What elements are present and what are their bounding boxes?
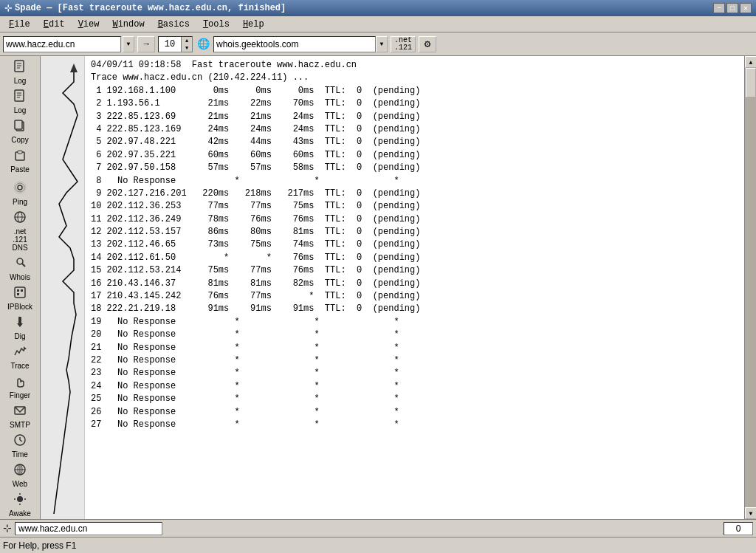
paste-label: Paste (10, 165, 30, 174)
svg-line-30 (20, 440, 22, 442)
sidebar-item-trace[interactable]: Trace (0, 343, 40, 372)
bottom-bar: For Help, press F1 (0, 537, 756, 553)
globe-icon: 🌐 (196, 37, 210, 52)
graph-panel (41, 56, 85, 519)
log2-label: Log (14, 106, 27, 114)
menu-tools[interactable]: Tools (197, 18, 236, 31)
menu-bar: File Edit View Window Basics Tools Help (0, 16, 756, 32)
status-icon: ⊹ (3, 522, 12, 535)
copy-icon (13, 119, 27, 135)
sidebar-item-paste[interactable]: Paste (0, 146, 40, 176)
spinner-arrows: ▲ ▼ (181, 37, 192, 52)
menu-file[interactable]: File (3, 18, 36, 31)
net-badge-line2: .121 (394, 44, 412, 52)
finger-icon (13, 374, 27, 391)
title-bar-left: ⊹ Spade — [Fast traceroute www.hacz.edu.… (4, 3, 286, 14)
minimize-button[interactable]: − (713, 3, 725, 13)
smtp-icon (13, 404, 27, 420)
close-button[interactable]: ✕ (740, 3, 752, 13)
settings-button[interactable]: ⚙ (419, 36, 436, 52)
title-text: Spade — [Fast traceroute www.hacz.edu.cn… (15, 3, 286, 13)
ttl-value[interactable]: 10 (159, 39, 181, 49)
log2-icon (13, 89, 27, 106)
url-input[interactable] (3, 36, 121, 52)
svg-rect-20 (15, 287, 25, 298)
sidebar-item-dns[interactable]: .net.121DNS (0, 208, 40, 254)
ipblock-label: IPBlock (7, 303, 32, 311)
help-text: For Help, press F1 (3, 540, 76, 551)
web-label: Web (13, 480, 27, 488)
url-combo: ▼ (3, 36, 134, 52)
svg-rect-23 (17, 293, 19, 295)
svg-marker-26 (24, 346, 27, 349)
sidebar-item-web[interactable]: Web (0, 461, 40, 490)
whois-input[interactable] (213, 36, 376, 52)
status-bar: ⊹ www.hacz.edu.cn 0 (0, 519, 756, 537)
svg-rect-24 (18, 317, 21, 324)
sidebar-item-whois[interactable]: Whois (0, 254, 40, 284)
sidebar: Log Log Copy Paste Ping (0, 56, 41, 519)
svg-point-18 (17, 258, 23, 264)
trace-output[interactable]: 04/09/11 09:18:58 Fast traceroute www.ha… (85, 56, 744, 519)
trace-icon (13, 345, 27, 361)
sidebar-item-dig[interactable]: Dig (0, 313, 40, 343)
menu-window[interactable]: Window (106, 18, 150, 31)
time-label: Time (12, 450, 28, 458)
finger-label: Finger (10, 391, 30, 399)
maximize-button[interactable]: □ (726, 3, 738, 13)
awake-label: Awake (9, 509, 31, 518)
ping-icon (13, 181, 27, 197)
whois-label: Whois (10, 273, 30, 281)
sidebar-item-ipblock[interactable]: IPBlock (0, 284, 40, 313)
dns-icon (13, 210, 27, 227)
sidebar-item-ping[interactable]: Ping (0, 179, 40, 208)
smtp-label: SMTP (10, 421, 30, 429)
sidebar-item-time[interactable]: Time (0, 431, 40, 461)
sidebar-item-awake[interactable]: Awake (0, 490, 40, 519)
spinner-down[interactable]: ▼ (182, 44, 192, 52)
vertical-scrollbar: ▲ ▼ (744, 56, 756, 519)
svg-point-13 (16, 183, 24, 192)
whois-combo: ▼ (213, 36, 388, 52)
dig-label: Dig (14, 332, 25, 340)
scroll-thumb[interactable] (746, 68, 756, 97)
whois-icon (13, 256, 27, 272)
sidebar-item-finger[interactable]: Finger (0, 372, 40, 402)
dns-label: .net.121DNS (12, 227, 27, 252)
log-label: Log (14, 77, 27, 85)
spinner-up[interactable]: ▲ (182, 37, 192, 44)
scroll-down-button[interactable]: ▼ (745, 507, 756, 519)
menu-edit[interactable]: Edit (38, 18, 71, 31)
paste-icon (13, 148, 27, 165)
status-url: www.hacz.edu.cn (15, 522, 162, 535)
whois-dropdown-arrow[interactable]: ▼ (376, 36, 388, 52)
svg-point-35 (17, 496, 23, 502)
go-button[interactable]: → (137, 36, 155, 52)
sidebar-item-log[interactable]: Log (0, 58, 40, 87)
awake-icon (13, 492, 27, 509)
scroll-up-button[interactable]: ▲ (745, 56, 756, 68)
web-icon (13, 463, 27, 479)
status-right: 0 (724, 522, 753, 535)
sidebar-item-smtp[interactable]: SMTP (0, 402, 40, 431)
svg-line-19 (22, 264, 25, 267)
svg-marker-25 (17, 323, 23, 327)
time-icon (13, 433, 27, 450)
copy-label: Copy (11, 136, 28, 144)
svg-rect-22 (21, 289, 23, 292)
ttl-spinner: 10 ▲ ▼ (158, 36, 193, 52)
net-badge-line1: .net (394, 37, 412, 44)
dig-icon (13, 315, 27, 332)
main-area: Log Log Copy Paste Ping (0, 56, 756, 519)
app-icon: ⊹ (4, 3, 12, 14)
scroll-track[interactable] (745, 68, 756, 507)
url-dropdown-arrow[interactable]: ▼ (123, 36, 134, 52)
menu-view[interactable]: View (72, 18, 106, 31)
svg-point-12 (18, 185, 22, 190)
toolbar: ▼ → 10 ▲ ▼ 🌐 ▼ .net .121 ⚙ (0, 32, 756, 56)
menu-help[interactable]: Help (237, 18, 270, 31)
sidebar-item-log2[interactable]: Log (0, 87, 40, 117)
ping-label: Ping (13, 198, 27, 206)
sidebar-item-copy[interactable]: Copy (0, 117, 40, 146)
menu-basics[interactable]: Basics (152, 18, 196, 31)
